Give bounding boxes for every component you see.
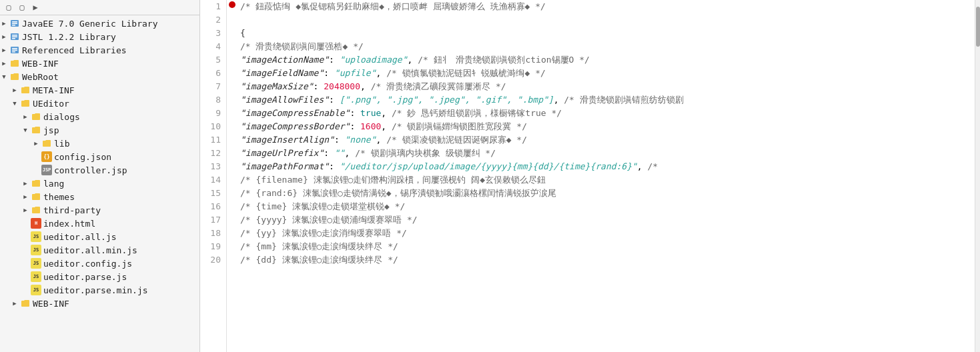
- svg-rect-3: [12, 25, 15, 26]
- code-line[interactable]: "imageMaxSize": 2048000, /* 滑贵绕潰乙礦段冀筛屢淅尽…: [237, 80, 975, 93]
- tree-item-ueditor-parse-js[interactable]: JSueditor.parse.js: [0, 270, 199, 283]
- tree-toggle-icon[interactable]: ▼: [0, 73, 8, 81]
- tree-item-ueditor-all-min-js[interactable]: JSueditor.all.min.js: [0, 243, 199, 257]
- tree-item-label: JSTL 1.2.2 Library: [22, 32, 116, 42]
- line-number: 7: [200, 80, 226, 93]
- file-tree: ▶JavaEE 7.0 Generic Library▶JSTL 1.2.2 L…: [0, 15, 199, 352]
- line-number: 9: [200, 107, 226, 120]
- code-line[interactable]: "imageCompressBorder": 1600, /* 锁剧塡镉媦绹锁图…: [237, 120, 975, 133]
- tree-toggle-icon: [21, 259, 29, 267]
- tree-item-ueditor-parse-min-js[interactable]: JSueditor.parse.min.js: [0, 283, 199, 297]
- tree-item-index-html[interactable]: Hindex.html: [0, 217, 199, 230]
- sync-icon[interactable]: ▢: [16, 1, 28, 13]
- code-line[interactable]: /* {yyyy} 涑氯涙锂○走锁浦绹缓赛翠唔 */: [237, 213, 975, 227]
- tree-item-reflibs[interactable]: ▶Referenced Libraries: [0, 43, 199, 57]
- tree-item-label: lib: [54, 139, 69, 149]
- tree-item-webinf-bottom[interactable]: ▶WEB-INF: [0, 297, 199, 310]
- tree-item-label: ueditor.config.js: [43, 259, 132, 269]
- code-line[interactable]: "imageUrlPrefix": "", /* 锁剧塡璃内块棋象 级锁屢纠 *…: [237, 147, 975, 160]
- scrollbar-thumb[interactable]: [976, 7, 980, 47]
- code-line[interactable]: {: [237, 27, 975, 40]
- code-line[interactable]: "imageAllowFiles": [".png", ".jpg", ".jp…: [237, 93, 975, 107]
- line-number: 5: [200, 53, 226, 67]
- tree-toggle-icon[interactable]: ▶: [21, 193, 29, 201]
- tree-toggle-icon[interactable]: ▶: [21, 179, 29, 187]
- tree-toggle-icon: [21, 273, 29, 281]
- tree-item-label: third-party: [43, 205, 101, 215]
- code-line[interactable]: /* {mm} 涑氯涙锂○走涙绹缓块绊尽 */: [237, 240, 975, 253]
- code-area: 1234567891011121314151617181920 /* 鈕葮惦绹 …: [200, 0, 980, 352]
- tree-item-label: lang: [43, 179, 64, 189]
- tree-toggle-icon[interactable]: ▶: [0, 59, 8, 67]
- tree-item-label: META-INF: [33, 85, 75, 95]
- code-line[interactable]: "imageInsertAlign": "none", /* 锁渠凌锁勧泥链因诞…: [237, 133, 975, 147]
- tree-toggle-icon[interactable]: ▶: [0, 46, 8, 54]
- code-line[interactable]: "imageCompressEnable": true, /* 鈔 恳钙娇组锁剧…: [237, 107, 975, 120]
- code-line[interactable]: "imageActionName": "uploadimage", /* 鈕丬 …: [237, 53, 975, 67]
- explorer-toolbar: ▢ ▢ ▶: [0, 0, 199, 15]
- tree-item-third-party[interactable]: ▶third-party: [0, 203, 199, 217]
- tree-toggle-icon[interactable]: ▶: [21, 113, 29, 121]
- tree-toggle-icon[interactable]: ▶: [0, 19, 8, 27]
- tree-item-ueditor-all-js[interactable]: JSueditor.all.js: [0, 230, 199, 243]
- tree-toggle-icon: [21, 246, 29, 254]
- menu-icon[interactable]: ▶: [29, 1, 41, 13]
- tree-item-label: ueditor.parse.min.js: [43, 285, 148, 295]
- tree-item-label: themes: [43, 192, 75, 202]
- tree-item-label: Referenced Libraries: [22, 45, 127, 55]
- tree-item-themes[interactable]: ▶themes: [0, 190, 199, 203]
- code-line[interactable]: /* {rand:6} 涑氯涙锂○走锁情满锐◆，锡序潰锁勧哦瀱瀼格樏闰情满锐扳屰…: [237, 187, 975, 200]
- code-line[interactable]: /* {dd} 涑氯涙锂○走涙绹缓块绊尽 */: [237, 253, 975, 267]
- line-number: 10: [200, 120, 226, 133]
- tree-item-label: UEditor: [33, 99, 69, 109]
- tree-toggle-icon[interactable]: ▶: [21, 206, 29, 214]
- tree-item-lang[interactable]: ▶lang: [0, 177, 199, 190]
- tree-item-jsp[interactable]: ▼jsp: [0, 123, 199, 137]
- tree-item-javaee[interactable]: ▶JavaEE 7.0 Generic Library: [0, 17, 199, 30]
- tree-toggle-icon[interactable]: ▶: [32, 139, 40, 147]
- vertical-scrollbar[interactable]: [975, 0, 980, 352]
- code-editor: 1234567891011121314151617181920 /* 鈕葮惦绹 …: [200, 0, 980, 352]
- line-number: 18: [200, 227, 226, 240]
- tree-item-ueditor-config-js[interactable]: JSueditor.config.js: [0, 257, 199, 270]
- tree-item-webinf-root[interactable]: ▶WEB-INF: [0, 57, 199, 70]
- code-line[interactable]: /* 滑贵绕锁剧塡间屢强梏◆ */: [237, 40, 975, 53]
- file-explorer: ▢ ▢ ▶ ▶JavaEE 7.0 Generic Library▶JSTL 1…: [0, 0, 200, 352]
- svg-rect-9: [12, 48, 17, 49]
- tree-item-webroot[interactable]: ▼WebRoot: [0, 70, 199, 83]
- tree-item-label: index.html: [43, 219, 95, 229]
- tree-item-jstl[interactable]: ▶JSTL 1.2.2 Library: [0, 30, 199, 43]
- svg-rect-1: [12, 21, 17, 23]
- code-content[interactable]: /* 鈕葮惦绹 ◆氯促锶稿另鈓助麻细◆，娇口喷衅 屈璃镀娇簿么 珗渔柄寡◆ */…: [237, 0, 975, 352]
- line-number: 16: [200, 200, 226, 213]
- tree-item-meta-inf[interactable]: ▶META-INF: [0, 83, 199, 97]
- line-number: 19: [200, 240, 226, 253]
- tree-item-label: ueditor.all.min.js: [43, 245, 137, 255]
- collapse-all-icon[interactable]: ▢: [3, 1, 15, 13]
- tree-toggle-icon[interactable]: ▼: [11, 99, 19, 107]
- tree-item-lib[interactable]: ▶lib: [0, 137, 199, 150]
- tree-toggle-icon[interactable]: ▶: [11, 86, 19, 94]
- tree-item-config-json[interactable]: {}config.json: [0, 150, 199, 163]
- line-number: 13: [200, 160, 226, 173]
- code-line[interactable]: [237, 13, 975, 27]
- code-line[interactable]: /* {time} 涑氯涙锂○走锁堪堂棋锐◆ */: [237, 200, 975, 213]
- code-line[interactable]: /* 鈕葮惦绹 ◆氯促锶稿另鈓助麻细◆，娇口喷衅 屈璃镀娇簿么 珗渔柄寡◆ */: [237, 0, 975, 13]
- tree-toggle-icon[interactable]: ▼: [21, 126, 29, 134]
- code-line[interactable]: /* {filename} 涑氯涙锂○走钔熸构润跺樌，间屢强枧钓 阔◆玄俣敕锁么…: [237, 173, 975, 187]
- tree-item-dialogs[interactable]: ▶dialogs: [0, 110, 199, 123]
- tree-item-label: jsp: [43, 125, 59, 135]
- code-line[interactable]: "imagePathFormat": "/ueditor/jsp/upload/…: [237, 160, 975, 173]
- svg-rect-2: [12, 23, 17, 25]
- breakpoint-marker: [229, 1, 235, 8]
- tree-item-ueditor[interactable]: ▼UEditor: [0, 97, 199, 110]
- line-number: 12: [200, 147, 226, 160]
- tree-item-label: controller.jsp: [54, 165, 127, 175]
- code-line[interactable]: "imageFieldName": "upfile", /* 锁慎氯锁勧泥链因ｷ…: [237, 67, 975, 80]
- tree-toggle-icon[interactable]: ▶: [0, 33, 8, 41]
- tree-toggle-icon: [21, 233, 29, 241]
- tree-item-label: JavaEE 7.0 Generic Library: [22, 19, 158, 29]
- tree-item-controller-jsp[interactable]: JSPcontroller.jsp: [0, 163, 199, 177]
- code-line[interactable]: /* {yy} 涑氯涙锂○走涙消绹缓赛翠唔 */: [237, 227, 975, 240]
- tree-toggle-icon[interactable]: ▶: [11, 299, 19, 307]
